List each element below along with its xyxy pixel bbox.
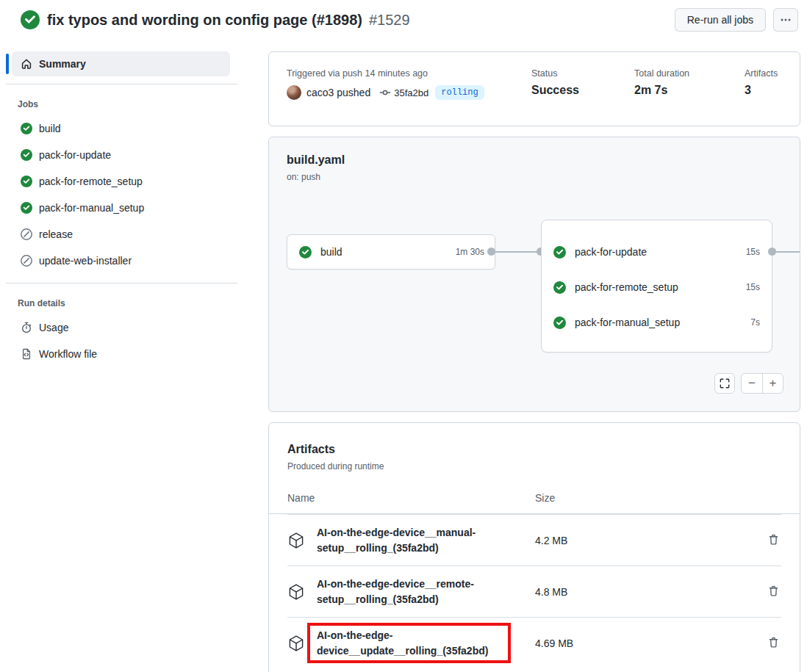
artifact-size: 4.8 MB <box>535 586 567 598</box>
check-circle-icon <box>21 202 32 214</box>
delete-artifact-button[interactable] <box>766 532 781 549</box>
success-check-icon <box>21 10 40 29</box>
trigger-column: Triggered via push 14 minutes ago caco3 … <box>287 68 531 109</box>
workflow-graph-card: build.yaml on: push build 1m 30s pack-fo… <box>268 137 800 412</box>
sidebar-item-summary[interactable]: Summary <box>12 51 230 76</box>
run-details-section-label: Run details <box>18 298 251 308</box>
connector-line <box>773 251 800 253</box>
check-circle-icon <box>21 149 32 161</box>
trash-icon <box>767 533 780 546</box>
artifact-row-highlighted: AI-on-the-edge-device__update__rolling_(… <box>287 617 781 668</box>
pushed-by-text: caco3 pushed <box>306 87 370 98</box>
artifact-name-cell: AI-on-the-edge-device__remote-setup__rol… <box>287 577 535 607</box>
branch-badge[interactable]: rolling <box>435 85 484 100</box>
artifacts-title: Artifacts <box>287 443 800 456</box>
artifact-name-cell: AI-on-the-edge-device__update__rolling_(… <box>287 628 535 659</box>
delete-artifact-button[interactable] <box>766 583 781 601</box>
check-circle-icon <box>21 176 32 187</box>
column-header-size: Size <box>535 492 555 513</box>
artifact-row: AI-on-the-edge-device__remote-setup__rol… <box>287 566 781 617</box>
home-icon <box>21 58 32 70</box>
graph-node-pack-for-update[interactable]: pack-for-update 15s <box>553 234 760 270</box>
zoom-control-group: − + <box>741 373 783 394</box>
fullscreen-icon <box>720 378 730 389</box>
sidebar-job-build[interactable]: build <box>0 115 251 142</box>
artifacts-card: Artifacts Produced during runtime Name S… <box>268 422 800 672</box>
graph-node-pack-for-manual-setup[interactable]: pack-for-manual_setup 7s <box>553 305 760 340</box>
artifact-name-cell: AI-on-the-edge-device__manual-setup__rol… <box>287 525 535 556</box>
zoom-in-button[interactable]: + <box>762 374 783 393</box>
rerun-all-jobs-button[interactable]: Re-run all jobs <box>675 8 766 32</box>
file-code-icon <box>21 348 32 360</box>
sidebar-divider <box>6 84 237 84</box>
sidebar-job-update-web-installer[interactable]: update-web-installer <box>0 248 251 274</box>
sidebar-job-pack-for-remote-setup[interactable]: pack-for-remote_setup <box>0 168 251 195</box>
trash-icon <box>767 636 780 648</box>
column-header-name: Name <box>287 492 535 513</box>
skip-circle-icon <box>21 255 32 267</box>
page-title: fix typos and wording on config page (#1… <box>47 12 362 29</box>
artifacts-count-value: 3 <box>745 84 778 97</box>
jobs-list: build pack-for-update pack-for-remote_se… <box>0 115 251 274</box>
artifact-size: 4.2 MB <box>535 535 567 546</box>
stopwatch-icon <box>21 322 32 333</box>
git-commit-icon <box>379 87 391 98</box>
sidebar-job-pack-for-update[interactable]: pack-for-update <box>0 142 251 168</box>
zoom-out-button[interactable]: − <box>742 374 762 393</box>
run-summary-card: Triggered via push 14 minutes ago caco3 … <box>268 51 800 126</box>
workflow-file-name: build.yaml <box>287 153 782 167</box>
check-circle-icon <box>553 246 566 259</box>
check-circle-icon <box>553 281 566 294</box>
workflow-trigger: on: push <box>287 172 782 182</box>
jobs-section-label: Jobs <box>18 99 251 109</box>
graph-node-pack-for-remote-setup[interactable]: pack-for-remote_setup 15s <box>553 270 760 305</box>
skip-circle-icon <box>21 228 32 240</box>
fullscreen-button[interactable] <box>714 373 735 394</box>
run-details-list: Usage Workflow file <box>0 314 251 367</box>
graph-group-node: pack-for-update 15s pack-for-remote_setu… <box>541 220 772 353</box>
sidebar-job-release[interactable]: release <box>0 221 251 248</box>
duration-column: Total duration 2m 7s <box>634 68 745 109</box>
duration-value: 2m 7s <box>634 84 745 97</box>
artifacts-subtitle: Produced during runtime <box>287 461 800 472</box>
delete-artifact-button[interactable] <box>766 635 781 652</box>
sidebar-item-workflow-file[interactable]: Workflow file <box>0 341 251 367</box>
header-actions: Re-run all jobs <box>675 8 798 32</box>
sidebar-summary-label: Summary <box>39 58 86 70</box>
sidebar-job-pack-for-manual-setup[interactable]: pack-for-manual_setup <box>0 195 251 221</box>
package-icon <box>287 583 305 601</box>
triggered-text: Triggered via push 14 minutes ago <box>287 68 531 79</box>
selected-accent-bar <box>6 54 9 74</box>
artifact-row: AI-on-the-edge-device__manual-setup__rol… <box>287 514 781 566</box>
sidebar-item-usage[interactable]: Usage <box>0 314 251 341</box>
main-content: Triggered via push 14 minutes ago caco3 … <box>268 51 800 672</box>
artifact-size: 4.69 MB <box>535 637 573 649</box>
check-circle-icon <box>553 317 566 329</box>
status-value: Success <box>531 84 634 97</box>
commit-sha-link[interactable]: 35fa2bd <box>394 87 428 98</box>
commit-row: caco3 pushed 35fa2bd rolling <box>287 85 531 100</box>
run-number: #1529 <box>369 12 410 29</box>
artifact-name-link[interactable]: AI-on-the-edge-device__remote-setup__rol… <box>317 577 526 607</box>
artifact-name-link[interactable]: AI-on-the-edge-device__update__rolling_(… <box>317 628 526 659</box>
more-options-button[interactable] <box>773 8 798 32</box>
artifacts-count-column: Artifacts 3 <box>745 68 778 109</box>
connector-line <box>492 251 541 253</box>
kebab-horizontal-icon <box>780 14 792 26</box>
package-icon <box>287 635 305 652</box>
check-circle-icon <box>299 246 312 259</box>
graph-node-build[interactable]: build 1m 30s <box>287 234 495 270</box>
status-column: Status Success <box>531 68 634 109</box>
artifact-name-link[interactable]: AI-on-the-edge-device__manual-setup__rol… <box>317 525 526 556</box>
package-icon <box>287 532 305 549</box>
artifacts-table-header: Name Size <box>269 492 800 513</box>
check-circle-icon <box>21 123 32 134</box>
sidebar: Summary Jobs build pack-for-update pack-… <box>0 51 251 672</box>
trash-icon <box>767 585 780 597</box>
avatar[interactable] <box>287 85 301 100</box>
sidebar-divider <box>6 283 237 283</box>
run-header: fix typos and wording on config page (#1… <box>0 0 807 34</box>
graph-controls: − + <box>714 373 783 394</box>
graph-card-header: build.yaml on: push <box>269 137 800 182</box>
